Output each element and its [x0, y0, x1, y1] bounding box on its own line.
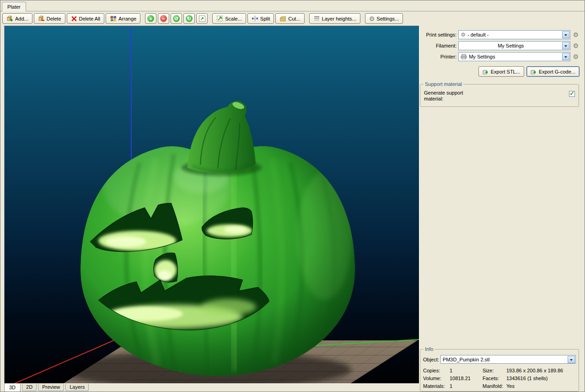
scene — [5, 26, 419, 384]
size-value: 193.86 x 200.86 x 189.86 — [506, 368, 576, 373]
delete-button-label: Delete — [47, 16, 61, 21]
split-button-label: Split — [260, 16, 270, 21]
arrange-button[interactable]: Arrange — [106, 13, 140, 24]
printer-select[interactable]: My Settings — [458, 52, 570, 61]
facets-label: Facets: — [483, 376, 506, 381]
delete-all-icon — [71, 16, 77, 22]
dropdown-arrow-icon[interactable] — [562, 31, 569, 38]
export-gcode-icon — [531, 69, 537, 75]
dropdown-arrow-icon[interactable] — [568, 356, 575, 363]
support-material-title: Support material — [424, 81, 463, 87]
rotate-button[interactable]: ↗ — [196, 13, 208, 24]
settings-button-label: Settings... — [376, 16, 399, 21]
printer-gear-button[interactable]: ⚙ — [572, 53, 580, 60]
info-grid: Copies: 1 Size: 193.86 x 200.86 x 189.86… — [423, 368, 576, 389]
size-label: Size: — [483, 368, 506, 373]
add-button-label: Add... — [15, 16, 28, 21]
print-settings-select[interactable]: ⚙ - default - — [458, 30, 570, 39]
content-area: 3D 2D Preview Layers Print settings: ⚙ -… — [0, 26, 585, 392]
export-stl-label: Export STL... — [491, 69, 520, 74]
checkmark-icon: ✓ — [569, 90, 574, 97]
pumpkin-body — [81, 101, 355, 376]
filament-value: My Settings — [498, 43, 524, 48]
print-settings-gear-button[interactable]: ⚙ — [572, 32, 580, 38]
export-gcode-button[interactable]: Export G-code... — [526, 66, 580, 77]
more-copies-button[interactable]: + — [145, 13, 156, 24]
dropdown-arrow-icon[interactable] — [562, 53, 569, 60]
rotate-cw-button[interactable]: ↻ — [183, 13, 195, 24]
print-settings-value: - default - — [467, 32, 488, 37]
facets-value: 1343616 (1 shells) — [506, 376, 576, 381]
object-label: Object: — [423, 357, 439, 362]
object-row: Object: PM3D_Pumpkin 2.stl — [423, 355, 576, 364]
3d-viewport[interactable] — [4, 26, 419, 384]
export-stl-button[interactable]: Export STL... — [478, 66, 524, 77]
delete-all-button[interactable]: Delete All — [67, 13, 104, 24]
arrange-button-label: Arrange — [118, 16, 136, 21]
rotate-ccw-icon: ↺ — [173, 15, 180, 22]
copies-label: Copies: — [423, 368, 450, 373]
add-button[interactable]: Add... — [2, 13, 32, 24]
pumpkin-stem — [181, 101, 262, 176]
layer-heights-button-label: Layer heights... — [322, 16, 356, 21]
volume-label: Volume: — [423, 376, 450, 381]
materials-label: Materials: — [423, 383, 450, 389]
delete-all-button-label: Delete All — [79, 16, 100, 21]
generate-support-label: Generate support material: — [424, 90, 463, 102]
object-value: PM3D_Pumpkin 2.stl — [443, 357, 490, 362]
minus-circle-icon: − — [160, 15, 167, 22]
main-tabstrip: Plater — [0, 0, 585, 11]
manifold-value: Yes — [506, 383, 576, 389]
print-settings-label: Print settings: — [419, 32, 456, 37]
printer-row: Printer: My Settings ⚙ — [419, 52, 580, 61]
tab-plater[interactable]: Plater — [2, 2, 26, 11]
split-icon — [252, 15, 258, 22]
viewport-column: 3D 2D Preview Layers — [0, 26, 419, 392]
volume-value: 10818.21 — [450, 376, 483, 381]
export-gcode-label: Export G-code... — [539, 69, 575, 74]
object-select[interactable]: PM3D_Pumpkin 2.stl — [440, 355, 576, 364]
settings-button[interactable]: ⚙ Settings... — [365, 13, 403, 24]
plus-circle-icon: + — [147, 15, 154, 22]
layer-heights-button[interactable]: Layer heights... — [309, 13, 360, 24]
support-material-group: Support material Generate support materi… — [420, 84, 579, 107]
filament-select[interactable]: My Settings — [458, 41, 570, 50]
materials-value: 1 — [450, 383, 483, 389]
printer-value: My Settings — [469, 54, 495, 59]
export-stl-icon — [483, 69, 489, 75]
copies-value: 1 — [450, 368, 483, 373]
filament-gear-button[interactable]: ⚙ — [572, 42, 580, 49]
filament-row: Filament: My Settings ⚙ — [419, 41, 580, 50]
gear-icon: ⚙ — [369, 16, 375, 22]
fewer-copies-button[interactable]: − — [158, 13, 169, 24]
delete-button[interactable]: Delete — [34, 13, 65, 24]
generate-support-checkbox[interactable]: ✓ — [569, 91, 575, 97]
view-tab-preview[interactable]: Preview — [38, 384, 64, 391]
delete-icon — [38, 15, 45, 22]
view-tab-3d[interactable]: 3D — [4, 384, 21, 392]
generate-support-row: Generate support material: ✓ — [424, 90, 575, 102]
split-button[interactable]: Split — [247, 13, 274, 24]
toolbar: Add... Delete Delete All Arrange + − — [0, 11, 585, 26]
add-icon — [6, 15, 13, 22]
printer-icon — [461, 54, 467, 59]
cut-button-label: Cut... — [288, 16, 300, 21]
print-settings-row: Print settings: ⚙ - default - ⚙ — [419, 30, 580, 39]
dropdown-arrow-icon[interactable] — [562, 42, 569, 49]
view-tabstrip: 3D 2D Preview Layers — [4, 384, 419, 392]
cut-icon — [279, 15, 286, 22]
settings-panel: Print settings: ⚙ - default - ⚙ Filament… — [419, 26, 584, 392]
info-group: Info Object: PM3D_Pumpkin 2.stl Copies: … — [420, 349, 579, 392]
view-tab-2d[interactable]: 2D — [22, 384, 37, 391]
filament-label: Filament: — [419, 43, 456, 48]
cut-button[interactable]: Cut... — [275, 13, 304, 24]
view-tab-layers[interactable]: Layers — [65, 384, 89, 391]
slic3r-window: Plater Add... Delete Delete All Arrange — [0, 0, 585, 392]
gear-icon: ⚙ — [461, 32, 466, 38]
arrange-icon — [110, 15, 117, 22]
scale-button[interactable]: Scale... — [212, 13, 246, 24]
rotate-ccw-button[interactable]: ↺ — [171, 13, 182, 24]
scale-button-label: Scale... — [225, 16, 242, 21]
manifold-label: Manifold: — [483, 383, 506, 389]
info-title: Info — [424, 346, 435, 352]
